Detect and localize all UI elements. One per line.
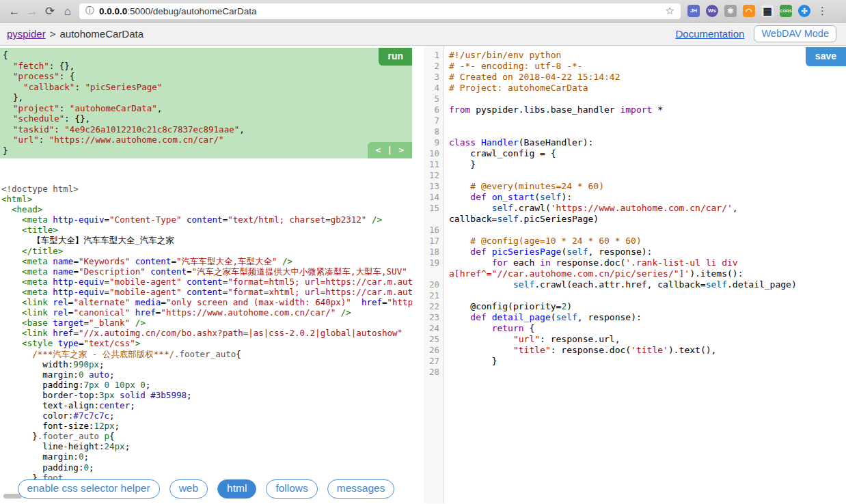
line-number: 21 (424, 290, 444, 301)
enable-css-selector-helper-button[interactable]: enable css selector helper (18, 479, 160, 499)
extension-icon-ws[interactable]: Ws (706, 5, 718, 17)
line-number: 18 (424, 247, 444, 257)
code-line: <head> (1, 204, 412, 214)
extension-icon-dots[interactable]: ◠ (743, 5, 755, 17)
code-line: "callback": "picSeriesPage" (3, 82, 412, 93)
line-number: 10 (424, 148, 444, 159)
run-button[interactable]: run (379, 48, 412, 66)
code-line: <link rel="alternate" media="only screen… (1, 297, 412, 307)
task-next-button[interactable]: > (398, 145, 404, 154)
code-line: padding:0; (1, 462, 412, 473)
line-number: 20 (424, 279, 444, 290)
line-number: 24 (424, 323, 444, 334)
task-prev-button[interactable]: < (376, 145, 381, 154)
extension-icon-cors[interactable]: CORS (780, 5, 792, 17)
webdav-mode-button[interactable]: WebDAV Mode (754, 25, 836, 42)
code-line: 3# Created on 2018-04-22 15:14:42 (424, 72, 846, 83)
line-number: 26 (424, 345, 444, 356)
code-line: 7 (424, 115, 846, 126)
code-line: line-height:24px; (1, 441, 412, 451)
line-number: 6 (424, 104, 444, 115)
code-line: "fetch": {}, (3, 61, 412, 72)
url-text: 0.0.0.0:5000/debug/autohomeCarData (99, 6, 256, 16)
code-line: }.footer_auto p{ (1, 431, 412, 441)
extension-icons: JHWs⚛◠▦CORS✣ (687, 5, 810, 17)
main-content: run < | > { "fetch": {}, "process": { "c… (0, 46, 846, 503)
extension-icon-react[interactable]: ⚛ (724, 5, 737, 17)
code-line: text-align:center; (1, 400, 412, 410)
code-line: <link rel="canonical" href="https://www.… (1, 307, 412, 318)
code-line: margin:0; (1, 451, 412, 462)
code-line: font-size:12px; (1, 421, 412, 431)
extension-icon-blue[interactable]: ✣ (798, 5, 810, 17)
code-line: 25 "url": response.url, (424, 334, 846, 345)
code-line: <meta name="Keywords" content="汽车车型大全,车型… (1, 256, 412, 266)
line-number: 1 (424, 50, 444, 61)
python-code-editor[interactable]: 1#!/usr/bin/env python2# -*- encoding: u… (424, 46, 846, 378)
code-line: border-top:3px solid #3b5998; (1, 390, 412, 400)
task-pager-separator: | (387, 145, 392, 154)
code-line: "url": "https://www.autohome.com.cn/car/… (3, 135, 412, 145)
info-icon[interactable]: ⓘ (85, 5, 94, 17)
save-button[interactable]: save (806, 47, 846, 66)
code-line: 21 (424, 290, 846, 301)
documentation-link[interactable]: Documentation (676, 28, 745, 40)
home-icon[interactable]: ⌂ (59, 5, 77, 17)
code-line: 9class Handler(BaseHandler): (424, 137, 846, 148)
tab-html[interactable]: html (217, 479, 256, 499)
line-number: 28 (424, 367, 444, 378)
url-bar[interactable]: ⓘ 0.0.0.0:5000/debug/autohomeCarData ☆ (79, 3, 681, 19)
code-line: 26 "title": response.doc('title').text()… (424, 345, 846, 356)
line-number: 8 (424, 126, 444, 137)
code-line: 5 (424, 94, 846, 104)
line-number: 5 (424, 94, 444, 104)
code-line: <meta http-equiv="mobile-agent" content=… (1, 277, 412, 287)
line-number: 15 (424, 203, 444, 225)
forward-icon[interactable]: → (23, 5, 41, 17)
app-header: pyspider>autohomeCarData Documentation W… (0, 23, 846, 46)
line-number: 2 (424, 61, 444, 72)
code-line: 27 } (424, 356, 846, 367)
extension-icon-jh[interactable]: JH (687, 5, 700, 17)
line-number: 27 (424, 356, 444, 367)
code-line: <meta name="Description" content="汽车之家车型… (1, 266, 412, 277)
code-line: 23 def detail_page(self, response): (424, 312, 846, 323)
code-line: } (3, 145, 412, 156)
line-number: 22 (424, 301, 444, 312)
bookmark-star-icon[interactable]: ☆ (666, 5, 674, 17)
line-number: 3 (424, 72, 444, 83)
code-line: 19 for each in response.doc('.rank-list-… (424, 257, 846, 279)
code-line: 14 def on_start(self): (424, 192, 846, 203)
line-number: 25 (424, 334, 444, 345)
html-source-view[interactable]: <!doctype html><html> <head> <meta http-… (0, 184, 412, 483)
code-line: 4# Project: autohomeCarData (424, 83, 846, 94)
browser-menu-icon[interactable]: ⋮ (817, 5, 828, 17)
code-line: 12 (424, 170, 846, 181)
line-number: 14 (424, 192, 444, 203)
task-json-editor[interactable]: run < | > { "fetch": {}, "process": { "c… (0, 48, 412, 158)
line-number: 11 (424, 159, 444, 170)
url-host: 0.0.0.0 (99, 6, 127, 16)
code-line: "project": "autohomeCarData", (3, 103, 412, 114)
breadcrumb-pyspider-link[interactable]: pyspider (7, 28, 46, 40)
extension-icon-qr[interactable]: ▦ (761, 5, 774, 17)
code-line: }, (3, 92, 412, 103)
code-line: <style type="text/css"> (1, 338, 412, 348)
tab-follows[interactable]: follows (266, 479, 317, 499)
browser-toolbar: ← → ⟳ ⌂ ⓘ 0.0.0.0:5000/debug/autohomeCar… (0, 0, 846, 23)
code-line: 20 self.crawl(each.attr.href, callback=s… (424, 279, 846, 290)
code-line: color:#7c7c7c; (1, 410, 412, 421)
back-icon[interactable]: ← (5, 5, 23, 17)
task-pager: < | > (368, 142, 412, 158)
code-line: <meta http-equiv="Content-Type" content=… (1, 214, 412, 225)
line-number: 23 (424, 312, 444, 323)
code-line: padding:7px 0 10px 0; (1, 380, 412, 390)
code-line: <meta http-equiv="mobile-agent" content=… (1, 287, 412, 297)
tab-messages[interactable]: messages (327, 479, 395, 499)
reload-icon[interactable]: ⟳ (41, 5, 59, 17)
tab-web[interactable]: web (169, 479, 208, 499)
code-line: margin:0 auto; (1, 369, 412, 380)
code-line: 11 } (424, 159, 846, 170)
code-line: <html> (1, 194, 412, 204)
code-line: 18 def picSeriesPage(self, response): (424, 247, 846, 257)
